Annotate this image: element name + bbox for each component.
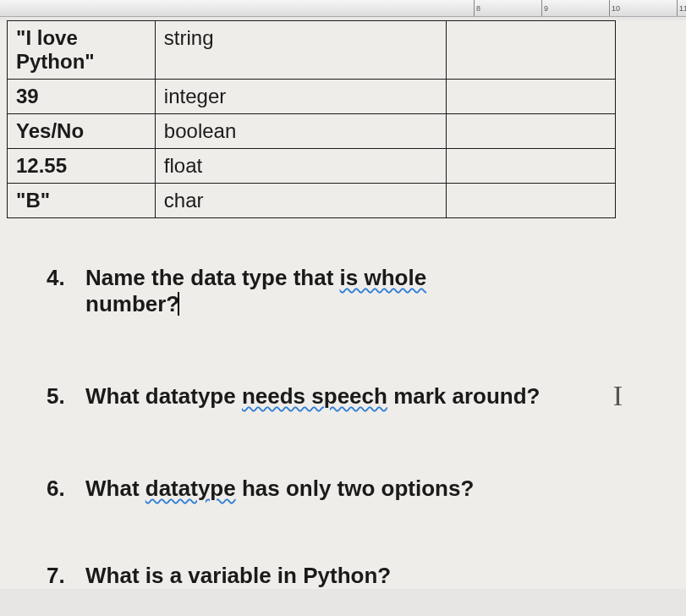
ruler-mark: 8 bbox=[474, 0, 480, 16]
grammar-squiggle: is whole bbox=[340, 265, 427, 290]
text-cursor bbox=[178, 292, 179, 316]
value-cell[interactable]: 12.55 bbox=[8, 149, 156, 184]
question-number: 7. bbox=[47, 563, 70, 589]
question-text: What datatype needs speech mark around? bbox=[85, 383, 541, 410]
value-cell[interactable]: 39 bbox=[8, 80, 156, 114]
document-ruler: 8 9 10 11 bbox=[0, 0, 686, 17]
empty-cell[interactable] bbox=[447, 149, 616, 184]
question-6[interactable]: 6. What datatype has only two options? bbox=[47, 476, 686, 502]
table-row: 12.55 float bbox=[8, 149, 616, 184]
empty-cell[interactable] bbox=[447, 80, 616, 114]
question-number: 6. bbox=[47, 476, 70, 502]
type-cell[interactable]: boolean bbox=[155, 114, 447, 149]
value-cell[interactable]: "B" bbox=[8, 184, 156, 218]
type-cell[interactable]: string bbox=[155, 21, 447, 80]
type-cell[interactable]: char bbox=[155, 184, 447, 218]
type-cell[interactable]: integer bbox=[155, 80, 447, 114]
question-4[interactable]: 4. Name the data type that is whole numb… bbox=[47, 265, 686, 317]
table-row: "B" char bbox=[8, 184, 616, 218]
value-cell[interactable]: "I love Python" bbox=[8, 21, 156, 80]
question-number: 4. bbox=[47, 265, 70, 317]
ruler-mark: 11 bbox=[677, 0, 686, 16]
mouse-ibeam-cursor: I bbox=[613, 380, 623, 412]
table-row: 39 integer bbox=[8, 80, 616, 114]
document-page[interactable]: "I love Python" string 39 integer Yes/No… bbox=[0, 20, 686, 589]
table-row: "I love Python" string bbox=[8, 21, 616, 80]
empty-cell[interactable] bbox=[447, 184, 616, 218]
question-list: 4. Name the data type that is whole numb… bbox=[0, 265, 686, 589]
question-number: 5. bbox=[47, 383, 70, 410]
ruler-mark: 10 bbox=[609, 0, 620, 16]
empty-cell[interactable] bbox=[447, 21, 616, 80]
table-row: Yes/No boolean bbox=[8, 114, 616, 149]
grammar-squiggle: needs speech bbox=[242, 383, 387, 409]
type-cell[interactable]: float bbox=[155, 149, 447, 184]
grammar-squiggle: datatype bbox=[145, 476, 236, 501]
question-text: What datatype has only two options? bbox=[85, 476, 474, 502]
empty-cell[interactable] bbox=[447, 114, 616, 149]
question-text: What is a variable in Python? bbox=[85, 563, 391, 589]
question-5[interactable]: 5. What datatype needs speech mark aroun… bbox=[47, 383, 686, 410]
ruler-mark: 9 bbox=[541, 0, 548, 16]
value-cell[interactable]: Yes/No bbox=[8, 114, 156, 149]
question-text: Name the data type that is whole number? bbox=[85, 265, 526, 317]
question-7[interactable]: 7. What is a variable in Python? bbox=[47, 563, 686, 589]
data-types-table: "I love Python" string 39 integer Yes/No… bbox=[7, 20, 616, 218]
